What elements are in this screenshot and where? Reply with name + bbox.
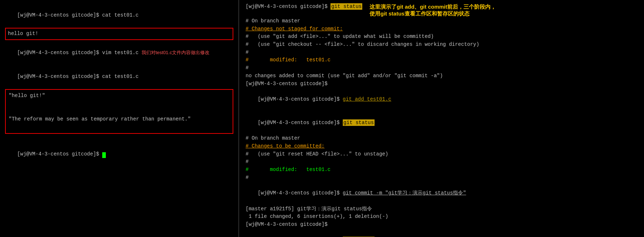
annotation-line1: 这里演示了git add、git commit前后，三个阶段内， <box>369 4 496 10</box>
prompt: [wj@VM-4-3-centos gitcode]$ <box>246 4 330 9</box>
prompt: [wj@VM-4-3-centos gitcode]$ <box>17 151 102 157</box>
git-add-line: [wj@VM-4-3-centos gitcode]$ git add test… <box>246 88 637 111</box>
master-result: [master a1921f5] git学习：演示git status指令 <box>246 205 637 213</box>
prompt: [wj@VM-4-3-centos gitcode]$ <box>17 50 102 56</box>
hint-reset: # (use "git reset HEAD <file>..." to uns… <box>246 150 637 158</box>
right-first-line: [wj@VM-4-3-centos gitcode]$ git status <box>246 4 362 9</box>
git-status-cmd-1: git status <box>330 3 362 10</box>
prompt-empty-2: [wj@VM-4-3-centos gitcode]$ <box>246 221 637 229</box>
git-status-3-line: [wj@VM-4-3-centos gitcode]$ git status <box>246 229 637 237</box>
content-line-4: "The reform may be seen as temporary rat… <box>9 115 230 123</box>
git-status-2-line: [wj@VM-4-3-centos gitcode]$ git status <box>246 111 637 135</box>
cmd: cat test01.c <box>102 74 139 79</box>
content-line-3 <box>9 107 230 115</box>
prompt: [wj@VM-4-3-centos gitcode]$ <box>17 12 102 18</box>
left-line-1: [wj@VM-4-3-centos gitcode]$ cat test01.c <box>5 4 233 27</box>
hello-git-line: hello git! <box>8 30 230 38</box>
git-add-cmd: git add test01.c <box>343 96 391 102</box>
on-branch-1: # On branch master <box>246 17 637 25</box>
content-line-5 <box>9 123 230 131</box>
content-line-2 <box>9 100 230 108</box>
cmd: vim test01.c <box>102 50 139 56</box>
left-line-2: [wj@VM-4-3-centos gitcode]$ vim test01.c… <box>5 41 233 65</box>
left-panel: [wj@VM-4-3-centos gitcode]$ cat test01.c… <box>0 0 238 237</box>
modified-orange-line: # modified: test01.c <box>246 56 637 64</box>
right-panel: [wj@VM-4-3-centos gitcode]$ git status 这… <box>239 0 644 237</box>
hash-2: # <box>246 64 637 72</box>
hash-4: # <box>246 174 637 182</box>
file-changed: 1 file changed, 6 insertions(+), 1 delet… <box>246 213 637 221</box>
git-status-cmd-2: git status <box>343 119 375 126</box>
content-line-1: "hello git!" <box>9 92 230 100</box>
hash-3: # <box>246 158 637 166</box>
left-blank <box>5 135 233 142</box>
cmd: cat test01.c <box>102 12 139 18</box>
git-commit-cmd: git commit -m "git学习：演示git status指令" <box>343 190 466 196</box>
hello-git-box: hello git! <box>5 28 233 40</box>
file-content-box: "hello git!" "The reform may be seen as … <box>5 89 233 134</box>
git-commit-line: [wj@VM-4-3-centos gitcode]$ git commit -… <box>246 181 637 205</box>
annotation-block: 这里演示了git add、git commit前后，三个阶段内， 使用git s… <box>369 4 496 17</box>
annotation-red: 我们对test01.c文件内容做出修改 <box>142 50 210 55</box>
modified-green-line: # modified: test01.c <box>246 166 637 174</box>
hint-checkout: # (use "git checkout -- <file>..." to di… <box>246 41 637 49</box>
right-header: [wj@VM-4-3-centos gitcode]$ git status 这… <box>246 4 637 17</box>
annotation-line2: 使用git status查看工作区和暂存区的状态 <box>369 10 470 17</box>
hint-add: # (use "git add <file>..." to update wha… <box>246 33 637 41</box>
on-branch-2: # On branch master <box>246 135 637 142</box>
changes-to-commit: # Changes to be committed: <box>246 142 637 150</box>
hash-1: # <box>246 49 637 57</box>
left-cursor-line: [wj@VM-4-3-centos gitcode]$ <box>5 142 233 166</box>
no-changes: no changes added to commit (use "git add… <box>246 72 637 80</box>
changes-not-staged: # Changes not staged for commit: <box>246 25 637 33</box>
prompt-empty-1: [wj@VM-4-3-centos gitcode]$ <box>246 80 637 88</box>
cursor <box>102 152 106 158</box>
prompt: [wj@VM-4-3-centos gitcode]$ <box>17 74 102 79</box>
left-line-3: [wj@VM-4-3-centos gitcode]$ cat test01.c <box>5 65 233 88</box>
